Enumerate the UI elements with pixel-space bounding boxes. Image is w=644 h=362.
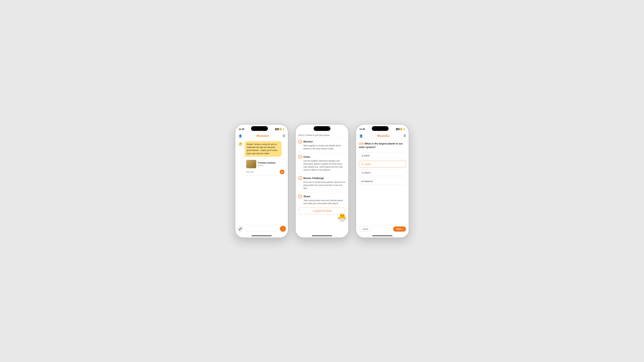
option-a[interactable]: a) Earth (359, 152, 406, 159)
status-bar-1: 11:30 ▐▐▐ 🛜 🔋 (235, 124, 288, 133)
back-chevron-icon: ‹ (362, 228, 362, 230)
section-share-text: Take a group photo near your favorite pl… (304, 199, 346, 205)
nav-bar-1: 👤 MuseoGo ☰ (235, 133, 288, 139)
audio-row: 3min 54s ▶ (245, 170, 286, 176)
wifi-icon: 🛜 (279, 128, 282, 130)
logo-1: MuseoGo (256, 134, 269, 137)
num-2: 2 (298, 140, 302, 143)
section-mission-header: 2 Mission (298, 140, 346, 143)
option-c[interactable]: c) Saturn (359, 169, 406, 176)
phones-container: 11:30 ▐▐▐ 🛜 🔋 👤 MuseoGo ☰ 🐣 Great! I wro… (235, 124, 409, 238)
num-5: 5 (298, 195, 302, 198)
back-button[interactable]: ‹ Back (359, 226, 371, 232)
museum-card[interactable]: Franklin Institute Museo 3min 54s ▶ (245, 158, 286, 176)
dynamic-island-1 (251, 126, 268, 131)
home-bar-2 (312, 236, 332, 236)
section-clues-header: 3 Clues (298, 155, 346, 159)
section-mission-text: Work together to locate and identify all… (304, 144, 346, 150)
museum-card-top: Franklin Institute Museo (245, 159, 286, 170)
question-text: What is the largest planet in our solar … (359, 142, 403, 148)
chat-row: 🐣 Great! I wrote a song for you to celeb… (237, 141, 286, 157)
mascot-float: 🐣 (337, 213, 347, 222)
next-label: Next (396, 228, 401, 230)
home-bar-3 (372, 236, 392, 236)
play-button[interactable]: ▶ (280, 170, 284, 174)
museum-name: Franklin Institute (258, 162, 284, 164)
section-share-header: 5 Share (298, 195, 346, 198)
quiz-footer: ‹ Back Next › (356, 224, 409, 234)
wifi-icon-3: 🛜 (400, 128, 402, 130)
section-share-title: Share (304, 195, 310, 198)
logo-3: MuseoGo (377, 134, 390, 137)
option-d[interactable]: d) Neptune (359, 178, 406, 185)
num-3: 3 (298, 155, 302, 159)
time-3: 11:30 (360, 128, 365, 130)
home-bar-1 (252, 236, 272, 236)
phone-2-mission: Find 2-3 others to join your group. 2 Mi… (295, 124, 349, 238)
museum-info: Franklin Institute Museo (258, 162, 284, 166)
quiz-question: (1/3) What is the largest planet in our … (359, 142, 406, 149)
section-bonus-header: 4 Bonus Challenge (298, 176, 346, 180)
signal-icon: ▐▐▐ (275, 128, 278, 130)
chat-input-bar: 🎤 ↑ (235, 224, 288, 234)
top-text: Find 2-3 others to join your group. (296, 133, 348, 138)
next-chevron-icon: › (402, 228, 403, 230)
dynamic-island-2 (314, 126, 330, 131)
num-4: 4 (298, 176, 302, 180)
status-bar-3: 11:30 ▐▐▐ 🛜 🔋 (356, 124, 409, 133)
section-share: 5 Share Take a group photo near your fav… (298, 195, 346, 205)
section-clues: 3 Clues Use the exhibit's interactive di… (298, 155, 346, 171)
quiz-content: (1/3) What is the largest planet in our … (356, 139, 409, 224)
section-bonus-text: Once you've found all the planets, discu… (304, 181, 346, 190)
mic-button[interactable]: 🎤 (237, 226, 243, 232)
next-button[interactable]: Next › (393, 226, 406, 232)
phone-3-quiz: 11:30 ▐▐▐ 🛜 🔋 👤 MuseoGo ☰ (1/3) What is … (356, 124, 409, 238)
status-icons-3: ▐▐▐ 🛜 🔋 (396, 128, 405, 130)
user-avatar-3[interactable]: 👤 (359, 134, 364, 138)
battery-icon-3: 🔋 (403, 128, 405, 130)
status-icons-1: ▐▐▐ 🛜 🔋 (275, 128, 284, 130)
question-number: (1/3) (359, 142, 364, 145)
time-1: 11:30 (239, 128, 244, 130)
section-mission: 2 Mission Work together to locate and id… (298, 140, 346, 150)
audio-duration: 3min 54s (246, 171, 254, 173)
museum-thumbnail (246, 160, 256, 168)
send-button[interactable]: ↑ (280, 226, 286, 232)
section-clues-text: Use the exhibit's interactive displays a… (304, 159, 346, 171)
chat-bubble-text: Great! I wrote a song for you to celebra… (245, 141, 282, 157)
divider-1 (298, 152, 346, 153)
status-bar-2 (296, 124, 348, 133)
menu-icon-1[interactable]: ☰ (282, 134, 285, 138)
museum-type: Museo (258, 164, 284, 166)
back-label: Back (363, 228, 368, 230)
menu-icon-3[interactable]: ☰ (403, 134, 406, 138)
dynamic-island-3 (372, 126, 388, 131)
battery-icon: 🔋 (282, 128, 284, 130)
section-clues-title: Clues (304, 155, 310, 158)
chat-input[interactable] (245, 226, 278, 232)
chat-content: 🐣 Great! I wrote a song for you to celeb… (235, 139, 288, 224)
mascot-avatar: 🐣 (237, 141, 243, 147)
nav-bar-3: 👤 MuseoGo ☰ (356, 133, 409, 139)
user-avatar-1[interactable]: 👤 (238, 134, 243, 138)
quiz-options: a) Earth b) Jupiter c) Saturn d) Neptune (359, 152, 406, 185)
signal-icon-3: ▐▐▐ (396, 128, 399, 130)
section-mission-title: Mission (304, 140, 313, 143)
option-b[interactable]: b) Jupiter (359, 161, 406, 168)
section-bonus: 4 Bonus Challenge Once you've found all … (298, 176, 346, 190)
phone-1-chat: 11:30 ▐▐▐ 🛜 🔋 👤 MuseoGo ☰ 🐣 Great! I wro… (235, 124, 288, 238)
section-bonus-title: Bonus Challenge (304, 177, 324, 179)
